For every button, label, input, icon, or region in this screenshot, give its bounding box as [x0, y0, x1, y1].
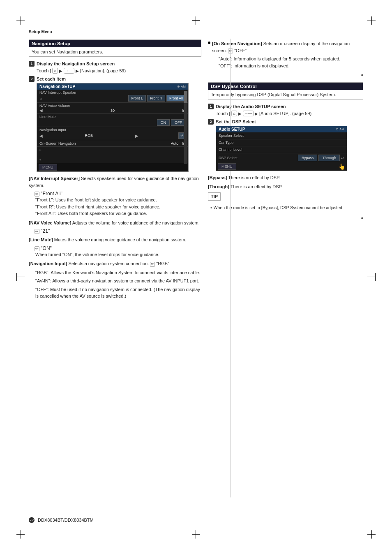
step1-label: 1 Display the Navigation Setup screen: [29, 61, 201, 67]
ns-linemute-label: Line Mute: [39, 115, 186, 119]
ns-navinput-value: RGB: [83, 134, 95, 138]
nav-voice-default: ✏ "21": [35, 228, 201, 234]
dsp-home-icon: ⌂: [231, 111, 237, 116]
bullet-sep-icon: •: [361, 72, 363, 79]
vertical-divider: [230, 39, 231, 497]
bottom-bullet-icon: •: [361, 215, 363, 222]
nav-input-sub2: "AV-IN": Allows a third-party navigation…: [35, 278, 201, 284]
reg-mark-br: [367, 530, 376, 539]
ns-title: Navigation SETUP: [39, 84, 75, 89]
dsp-nav-page: (page 59): [292, 111, 311, 116]
ns-interrupt-label: NAV Interrupt Speaker: [39, 90, 186, 95]
ns-front-all-btn[interactable]: Front All: [166, 95, 186, 102]
nav-interrupt-sub2: "Front R": Uses the front right side spe…: [35, 204, 201, 210]
two-column-layout: Navigation Setup You can set Navigation …: [29, 39, 363, 302]
ns-row-navinput: Navigation Input ◀ RGB ▶ ↵: [37, 127, 188, 140]
navigation-setup-body: You can set Navigation parameters.: [29, 47, 201, 56]
bottom-bullet-right: •: [208, 215, 363, 222]
nav-link: [Navigation].: [80, 68, 105, 73]
desc-nav-interrupt: [NAV Interrupt Speaker] Selects speakers…: [29, 175, 201, 217]
step2-nav: 2 Set each item Navigation SETUP ⊙ AM NA…: [29, 76, 201, 172]
ns-navinput-left[interactable]: ◀: [39, 134, 43, 138]
line-mute-pencil: "ON": [41, 245, 52, 251]
as-channel-row: Channel Level: [216, 146, 347, 153]
as-title: Audio SETUP: [219, 127, 245, 132]
ns-front-r-btn[interactable]: Front R: [147, 95, 165, 102]
ns-navinput-right[interactable]: ▶: [135, 134, 138, 138]
line-mute-default: ✏ "ON": [35, 245, 201, 251]
nav-input-pencil: "RGB": [156, 261, 169, 266]
dsp-through-desc: [Through] There is an effect by DSP.: [208, 183, 363, 190]
ns-interrupt-controls: ▲ Front L Front R Front All: [39, 95, 186, 102]
as-dsp-btns: Bypass Through ↵: [298, 155, 344, 161]
ns-navinput-controls: ◀ RGB ▶ ↵: [39, 132, 186, 139]
reg-mark-tr: [367, 16, 376, 25]
ns-voice-label: NAV Voice Volume: [39, 104, 186, 108]
pencil-icon-mute: ✏: [35, 246, 39, 251]
ns-on-btn[interactable]: ON: [157, 119, 170, 126]
on-screen-nav-key: [On Screen Navigation]: [212, 41, 262, 46]
touch-prefix: Touch [: [37, 68, 51, 73]
as-icons: ⊙ AM: [336, 127, 344, 131]
on-screen-sub2: "OFF": Information is not displayed.: [219, 62, 363, 69]
as-speaker-row: Speaker Select: [216, 132, 347, 139]
as-dsp-row: DSP Select Bypass Through ↵: [216, 153, 347, 162]
nav-interrupt-sub1: "Front L": Uses the front left side spea…: [35, 197, 201, 204]
ns-row-interrupt: NAV Interrupt Speaker ▲ Front L Front R …: [37, 90, 188, 103]
line-mute-sub1: When turned "ON", the volume level drops…: [35, 251, 201, 258]
step1-touch: Touch [ ⌂ ▶ →— ▶ [Navigation]. (page 59): [37, 68, 201, 74]
nav-interrupt-pencil: "Front All": [41, 191, 62, 197]
navigation-setup-box: Navigation Setup You can set Navigation …: [29, 39, 201, 57]
dsp-step2: 2 Set the DSP Select Audio SETUP ⊙ AM Sp…: [208, 119, 363, 171]
down-arrow-icon: ▼: [39, 158, 42, 162]
ns-toggle: ON OFF: [157, 119, 186, 126]
nav-input-text: Selects a navigation system connection.: [69, 261, 149, 266]
right-bullet-sep: •: [208, 72, 363, 79]
navigation-setup-title: Navigation Setup: [29, 40, 201, 47]
nav-voice-text: Adjusts the volume for voice guidance of…: [72, 220, 200, 225]
nav-input-sub3: "OFF": Must be used if no navigation sys…: [35, 286, 201, 300]
setup-icon: →—: [64, 68, 74, 74]
dsp-bypass-intro: Temporarily bypassing DSP (Digital Signa…: [211, 92, 360, 97]
ns-front-l-btn[interactable]: Front L: [128, 95, 146, 102]
dsp-arrow1: ▶: [238, 111, 242, 116]
ns-off-btn[interactable]: OFF: [171, 119, 186, 126]
step2-text: Set each item: [37, 76, 66, 81]
as-enter-icon[interactable]: ↵: [341, 156, 344, 160]
dsp-bypass-box: DSP Bypass Control Temporarily bypassing…: [208, 82, 363, 99]
ns-header: Navigation SETUP ⊙ AM: [37, 83, 188, 90]
as-bypass-btn[interactable]: Bypass: [298, 155, 318, 161]
center-mark-left-v: [16, 273, 17, 281]
audio-setup-screenshot: Audio SETUP ⊙ AM Speaker Select Car Type…: [216, 126, 347, 171]
dsp-bypass-body: Temporarily bypassing DSP (Digital Signa…: [208, 90, 363, 99]
dsp-touch-prefix: Touch [: [216, 111, 230, 116]
ns-row-voice: NAV Voice Volume ◀ 30 ▶: [37, 103, 188, 114]
dsp-bypass-key: [Bypass]: [208, 175, 227, 180]
as-through-btn[interactable]: Through: [318, 155, 340, 161]
reg-mark-tl: [16, 16, 25, 25]
up-arrow-icon: ▲: [39, 97, 43, 100]
ns-linemute-controls: ON OFF: [39, 119, 186, 126]
left-column: Navigation Setup You can set Navigation …: [29, 39, 201, 302]
center-mark-top-h: [192, 20, 200, 21]
nav-input-key: [Navigation Input]: [29, 261, 67, 266]
dsp-bypass-desc: [Bypass] There is no effect by DSP.: [208, 174, 363, 181]
ns-scroll-thumb: [184, 91, 187, 103]
dsp-step2-num: 2: [208, 119, 214, 125]
nav-page: (page 59): [106, 68, 126, 73]
page-header: Setup Menu: [29, 29, 363, 36]
ns-menu-btn[interactable]: MENU: [39, 164, 57, 171]
as-menu-btn[interactable]: MENU: [218, 163, 236, 170]
section-title: Setup Menu: [29, 30, 52, 34]
ns-voice-left[interactable]: ◀: [39, 108, 43, 113]
on-screen-nav-content: [On Screen Navigation] Sets an on-screen…: [212, 40, 363, 69]
center-mark-right-v: [375, 273, 376, 281]
as-dsp-label: DSP Select: [219, 156, 238, 160]
home-icon: ⌂: [52, 68, 58, 74]
pencil-icon-voice: ✏: [35, 229, 39, 234]
dsp-step1-text: Display the Audio SETUP screen: [216, 104, 286, 109]
nav-voice-pencil: "21": [41, 228, 50, 234]
center-mark-left-h: [16, 277, 25, 277]
nav-interrupt-key: [NAV Interrupt Speaker]: [29, 176, 80, 181]
dsp-setup-icon: →—: [243, 111, 254, 116]
